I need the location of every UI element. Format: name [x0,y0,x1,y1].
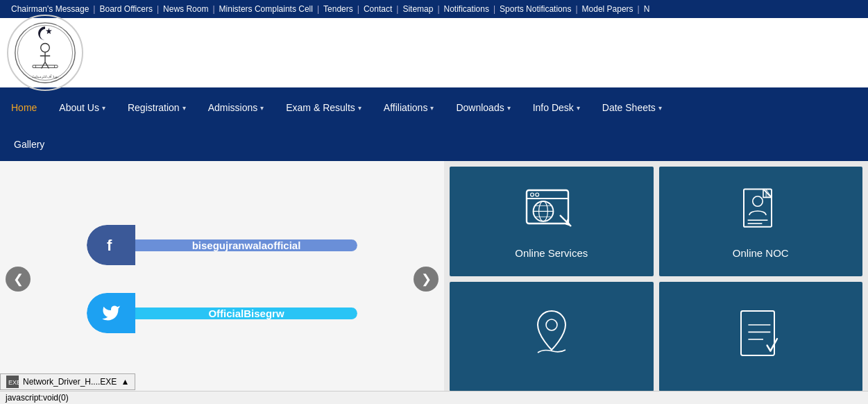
nav-exam-results[interactable]: Exam & Results ▾ [275,87,373,128]
service-online-noc[interactable]: Online NOC [659,167,863,276]
chevron-down-icon: ▾ [358,104,361,112]
svg-text:بورڈ آف انٹرمیڈیٹ: بورڈ آف انٹرمیڈیٹ [32,74,58,79]
svg-text:EXE: EXE [8,379,19,386]
topbar-ministers-complaints[interactable]: Ministers Complaints Cell [215,4,317,14]
chevron-down-icon: ▾ [182,104,186,112]
chevron-down-icon: ▾ [430,104,434,112]
topbar-board-officers[interactable]: Board Officers [95,4,156,14]
nav-exam-results-label: Exam & Results [286,102,355,113]
facebook-handle: bisegujranwalaofficial [135,239,357,251]
services-section: Online Services Online NOC [444,161,868,397]
slider-section: ❮ f bisegujranwalaofficial Offici [0,161,444,397]
online-noc-label: Online NOC [733,247,789,259]
nav-date-sheets-label: Date Sheets [602,102,656,113]
svg-point-28 [546,319,557,330]
svg-point-3 [41,44,50,53]
topbar-tenders[interactable]: Tenders [319,4,357,14]
logo-svg: بورڈ آف انٹرمیڈیٹ [14,22,76,84]
status-bar: javascript:void(0) [0,391,868,397]
svg-point-16 [536,193,539,196]
slider-prev-button[interactable]: ❮ [6,267,31,292]
service-location[interactable] [450,282,654,392]
topbar-contact[interactable]: Contact [359,4,396,14]
nav-home[interactable]: Home [0,87,48,128]
content-area: ❮ f bisegujranwalaofficial Offici [0,161,868,397]
nav-home-label: Home [11,102,37,113]
header: بورڈ آف انٹرمیڈیٹ [0,18,868,87]
main-nav: Home About Us ▾ Registration ▾ Admission… [0,87,868,128]
svg-point-25 [753,196,763,205]
nav-gallery-label: Gallery [14,139,44,150]
online-services-label: Online Services [515,247,588,259]
nav-downloads-label: Downloads [456,102,504,113]
location-icon [524,305,579,361]
download-bar: EXE Network_Driver_H....EXE ▲ [0,373,135,390]
service-online-services[interactable]: Online Services [450,167,654,276]
expand-icon[interactable]: ▲ [121,377,129,387]
chevron-down-icon: ▾ [260,104,264,112]
nav-affiliations-label: Affiliations [384,102,428,113]
chevron-down-icon: ▾ [102,104,105,112]
slider-next-button[interactable]: ❯ [414,267,439,292]
online-noc-icon [733,185,788,240]
nav-registration[interactable]: Registration ▾ [117,87,197,128]
social-buttons: f bisegujranwalaofficial OfficialBisegrw [73,211,371,347]
twitter-button[interactable]: OfficialBisegrw [87,293,357,333]
online-services-icon [524,185,579,240]
checklist-icon [733,305,788,361]
chevron-down-icon: ▾ [507,104,511,112]
nav-admissions[interactable]: Admissions ▾ [197,87,275,128]
status-url: javascript:void(0) [6,393,69,397]
twitter-handle: OfficialBisegrw [135,308,357,319]
topbar-notifications[interactable]: Notifications [440,4,493,14]
svg-marker-2 [46,28,52,34]
facebook-button[interactable]: f bisegujranwalaofficial [87,225,357,265]
nav-registration-label: Registration [128,102,180,113]
download-filename: Network_Driver_H....EXE [23,377,117,387]
twitter-icon [87,293,135,333]
topbar-sitemap[interactable]: Sitemap [398,4,437,14]
nav-about-us[interactable]: About Us ▾ [48,87,117,128]
topbar-n[interactable]: N [640,4,654,14]
top-bar: Chairman's Message | Board Officers | Ne… [0,0,868,18]
svg-point-15 [530,193,534,196]
chevron-down-icon: ▾ [658,104,662,112]
topbar-sports-notifications[interactable]: Sports Notifications [495,4,575,14]
nav-admissions-label: Admissions [208,102,258,113]
topbar-model-papers[interactable]: Model Papers [578,4,638,14]
nav-about-us-label: About Us [59,102,99,113]
facebook-icon: f [87,225,135,265]
logo[interactable]: بورڈ آف انٹرمیڈیٹ [7,15,83,91]
nav-info-desk-label: Info Desk [533,102,574,113]
chevron-down-icon: ▾ [577,104,580,112]
topbar-chairmans-message[interactable]: Chairman's Message [7,4,93,14]
svg-text:f: f [107,237,112,254]
download-file-icon: EXE [6,376,19,388]
nav-gallery[interactable]: Gallery [0,128,58,161]
svg-rect-8 [33,65,58,68]
nav-date-sheets[interactable]: Date Sheets ▾ [591,87,673,128]
nav-info-desk[interactable]: Info Desk ▾ [522,87,591,128]
topbar-news-room[interactable]: News Room [159,4,212,14]
nav-downloads[interactable]: Downloads ▾ [445,87,521,128]
service-checklist[interactable] [659,282,863,392]
nav-affiliations[interactable]: Affiliations ▾ [373,87,445,128]
